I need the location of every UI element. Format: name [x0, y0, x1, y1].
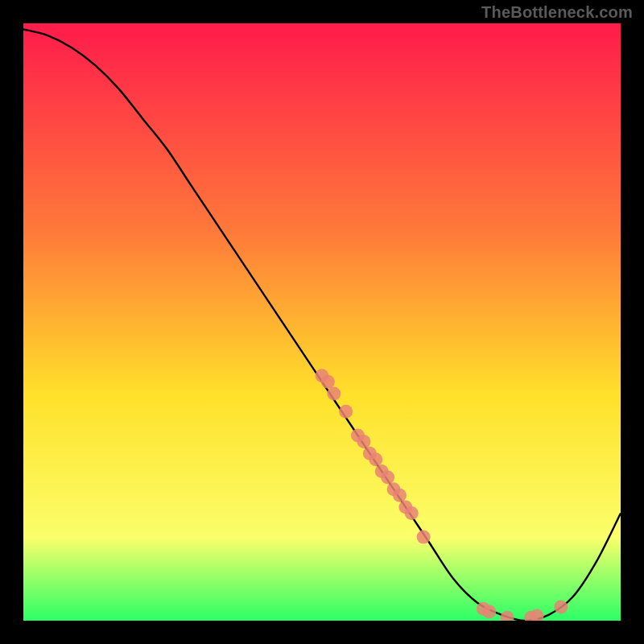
data-marker: [321, 375, 335, 389]
data-marker: [393, 489, 407, 502]
chart-container: TheBottleneck.com: [0, 0, 644, 644]
data-marker: [357, 435, 370, 448]
data-marker: [327, 387, 341, 401]
watermark-text: TheBottleneck.com: [481, 3, 633, 22]
chart-svg: [23, 23, 621, 621]
gradient-background: [23, 23, 621, 621]
data-marker: [482, 605, 496, 618]
data-marker: [417, 530, 431, 544]
data-marker: [369, 452, 382, 466]
data-marker: [405, 506, 419, 520]
data-marker: [339, 405, 353, 419]
chart-plot-area: [23, 23, 621, 621]
data-marker: [554, 600, 568, 613]
data-marker: [381, 470, 394, 484]
